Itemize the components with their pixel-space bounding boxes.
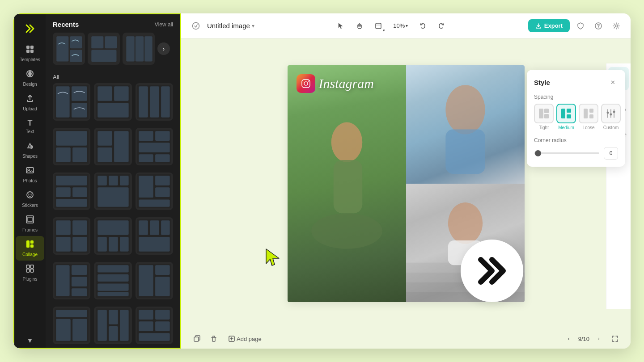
template-18[interactable]: [136, 307, 173, 344]
spacing-tight[interactable]: Tight: [534, 104, 554, 130]
delete-page-btn[interactable]: [207, 332, 220, 345]
view-all-link[interactable]: View all: [155, 21, 173, 28]
svg-point-118: [193, 22, 199, 29]
carousel-next-btn[interactable]: ›: [157, 42, 170, 55]
corner-slider-thumb[interactable]: [535, 150, 541, 156]
sidebar-item-stickers[interactable]: Stickers: [16, 187, 44, 211]
template-12[interactable]: [136, 217, 173, 255]
app-logo[interactable]: [21, 20, 39, 38]
svg-rect-147: [589, 114, 593, 118]
template-3[interactable]: [136, 83, 173, 121]
sidebar-item-shapes[interactable]: Shapes: [16, 138, 44, 162]
add-page-btn[interactable]: Add page: [224, 334, 266, 344]
template-1[interactable]: [53, 83, 90, 121]
settings-btn[interactable]: [609, 19, 623, 33]
svg-rect-117: [139, 333, 169, 341]
svg-rect-13: [28, 217, 32, 222]
carousel-item-3[interactable]: [123, 33, 155, 65]
copy-page-btn[interactable]: [190, 332, 203, 345]
sidebar-item-photos[interactable]: Photos: [16, 162, 44, 187]
template-10[interactable]: [53, 217, 90, 255]
help-btn[interactable]: [591, 19, 606, 33]
next-page-btn[interactable]: ›: [593, 333, 605, 345]
svg-rect-44: [161, 86, 170, 117]
sidebar-item-plugins[interactable]: Plugins: [16, 261, 44, 285]
spacing-custom[interactable]: Custom: [601, 104, 621, 130]
zoom-selector[interactable]: 10% ▾: [390, 21, 411, 31]
template-8[interactable]: [94, 173, 131, 210]
cloud-save-btn[interactable]: [188, 18, 203, 34]
svg-rect-4: [30, 50, 34, 53]
template-5[interactable]: [94, 128, 131, 165]
svg-rect-57: [139, 155, 153, 162]
shield-btn[interactable]: [573, 19, 588, 33]
svg-rect-109: [109, 310, 118, 324]
svg-rect-60: [56, 176, 87, 185]
sidebar-item-text[interactable]: T Text: [16, 115, 44, 138]
svg-point-122: [615, 25, 618, 27]
prev-page-btn[interactable]: ‹: [563, 333, 575, 345]
carousel-item-2[interactable]: [88, 33, 120, 65]
template-4[interactable]: [53, 128, 90, 165]
templates-icon: [25, 45, 34, 56]
spacing-medium[interactable]: Medium: [556, 104, 576, 130]
style-panel-close-btn[interactable]: ✕: [607, 77, 618, 88]
svg-rect-105: [56, 319, 71, 341]
hand-tool-btn[interactable]: [352, 18, 367, 34]
canvas-area[interactable]: Instagram: [181, 38, 631, 329]
svg-rect-110: [109, 326, 118, 341]
collage-cell-1[interactable]: Instagram: [288, 65, 406, 302]
collage-icon: [25, 240, 34, 251]
svg-rect-34: [56, 86, 69, 117]
sidebar-item-upload[interactable]: Upload: [16, 90, 44, 115]
instagram-icon: [297, 74, 315, 93]
undo-btn[interactable]: [415, 18, 430, 34]
document-title-group[interactable]: Untitled image ▾: [207, 22, 254, 29]
add-page-label: Add page: [237, 336, 262, 342]
template-15[interactable]: [136, 262, 173, 299]
svg-rect-43: [150, 86, 159, 117]
spacing-loose[interactable]: Loose: [579, 104, 598, 130]
select-tool-btn[interactable]: [333, 18, 348, 34]
template-9[interactable]: [136, 173, 173, 210]
shapes-icon: [25, 141, 34, 152]
sidebar-item-templates[interactable]: Templates: [16, 41, 44, 66]
sidebar-item-design[interactable]: Design: [16, 66, 44, 90]
fit-page-btn[interactable]: [608, 332, 622, 345]
svg-rect-98: [97, 292, 128, 296]
redo-btn[interactable]: [434, 18, 449, 34]
sidebar-item-upload-label: Upload: [23, 106, 37, 111]
tight-icon: [534, 104, 554, 123]
corner-radius-slider[interactable]: [534, 152, 599, 154]
sidebar-item-frames[interactable]: Frames: [16, 211, 44, 236]
svg-rect-71: [155, 176, 170, 185]
template-17[interactable]: [94, 307, 131, 344]
svg-point-121: [598, 27, 599, 28]
svg-rect-104: [56, 310, 87, 317]
carousel-item-1[interactable]: [53, 33, 85, 65]
template-2[interactable]: [94, 83, 131, 121]
template-16[interactable]: [53, 307, 90, 344]
sidebar-more-btn[interactable]: ▼: [16, 333, 44, 348]
svg-rect-93: [72, 289, 87, 296]
svg-rect-46: [56, 131, 87, 146]
template-13[interactable]: [53, 262, 90, 299]
sidebar: Templates Design: [14, 14, 46, 348]
export-btn[interactable]: Export: [528, 19, 570, 32]
svg-rect-26: [91, 36, 103, 48]
collage-cell-2[interactable]: [406, 65, 525, 184]
svg-rect-47: [56, 147, 71, 162]
sidebar-item-collage[interactable]: Collage: [16, 236, 44, 261]
template-7[interactable]: [53, 173, 90, 210]
frame-tool-btn[interactable]: ▾: [371, 18, 386, 34]
template-14[interactable]: [94, 262, 131, 299]
svg-rect-108: [97, 310, 107, 341]
template-6[interactable]: [136, 128, 173, 165]
svg-rect-1: [26, 46, 30, 49]
sidebar-item-templates-label: Templates: [20, 57, 40, 62]
svg-rect-72: [155, 187, 170, 197]
svg-rect-111: [120, 310, 129, 341]
panel-content: Recents View all › All: [46, 14, 180, 348]
loose-label: Loose: [582, 125, 594, 130]
template-11[interactable]: [94, 217, 131, 255]
